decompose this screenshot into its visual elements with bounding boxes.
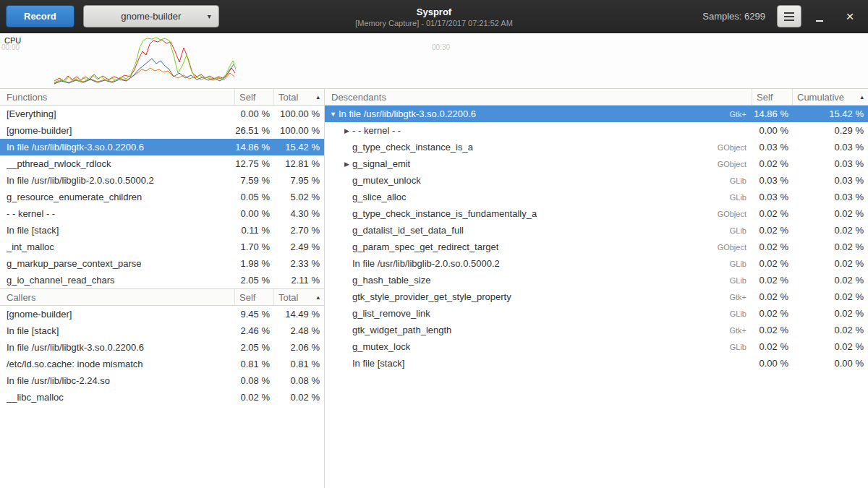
column-header-descendants[interactable]: Descendants — [325, 89, 752, 105]
table-row[interactable]: g_slice_allocGLib0.03 %0.03 % — [325, 189, 868, 205]
record-button[interactable]: Record — [6, 5, 75, 27]
close-icon: × — [846, 9, 854, 23]
column-header-self[interactable]: Self — [752, 89, 793, 105]
self-value: 14.86 % — [235, 142, 274, 153]
table-row[interactable]: In file /usr/lib/libglib-2.0.so.0.5000.2… — [0, 172, 324, 189]
table-row[interactable]: In file /usr/lib/libgtk-3.so.0.2200.614.… — [0, 139, 324, 155]
column-header-self[interactable]: Self — [235, 289, 274, 305]
self-value: 0.02 % — [752, 341, 793, 352]
table-row[interactable]: g_param_spec_get_redirect_targetGObject0… — [325, 239, 868, 255]
cumulative-value: 0.03 % — [793, 142, 868, 153]
total-value: 0.08 % — [274, 375, 324, 386]
cumulative-value: 0.02 % — [793, 225, 868, 236]
close-button[interactable]: × — [838, 4, 862, 29]
self-value: 9.45 % — [235, 309, 274, 320]
table-row[interactable]: In file /usr/lib/libglib-2.0.so.0.5000.2… — [325, 255, 868, 272]
chevron-down-icon: ▾ — [208, 12, 211, 20]
self-value: 14.86 % — [752, 108, 793, 119]
column-header-functions[interactable]: Functions — [0, 89, 235, 105]
cumulative-value: 0.03 % — [793, 192, 868, 202]
table-row[interactable]: gtk_widget_path_lengthGtk+0.02 %0.02 % — [325, 322, 868, 338]
library-badge: Gtk+ — [725, 110, 752, 119]
table-row[interactable]: g_mutex_lockGLib0.02 %0.02 % — [325, 338, 868, 355]
cumulative-value: 0.02 % — [793, 308, 868, 319]
self-value: 0.81 % — [235, 359, 274, 369]
expander-open-icon[interactable]: ▼ — [328, 111, 339, 118]
self-value: 2.46 % — [235, 325, 274, 336]
self-value: 0.02 % — [752, 241, 793, 252]
self-value: 0.02 % — [752, 225, 793, 236]
table-row[interactable]: g_hash_table_sizeGLib0.02 %0.02 % — [325, 272, 868, 288]
sort-arrow-icon: ▴ — [313, 294, 320, 301]
column-header-cumulative[interactable]: Cumulative ▴ — [793, 89, 868, 105]
minimize-button[interactable] — [807, 4, 832, 29]
self-value: 0.02 % — [752, 291, 793, 302]
total-value: 0.02 % — [274, 392, 324, 403]
table-row[interactable]: /etc/ld.so.cache: inode mismatch0.81 %0.… — [0, 356, 324, 372]
table-row[interactable]: [gnome-builder]9.45 %14.49 % — [0, 306, 324, 322]
table-row[interactable]: - - kernel - -0.00 %4.30 % — [0, 205, 324, 222]
total-value: 5.02 % — [274, 192, 324, 202]
table-row[interactable]: g_list_remove_linkGLib0.02 %0.02 % — [325, 305, 868, 322]
column-header-callers[interactable]: Callers — [0, 289, 235, 305]
self-value: 0.05 % — [235, 192, 274, 202]
table-row[interactable]: g_resource_enumerate_children0.05 %5.02 … — [0, 189, 324, 205]
table-row[interactable]: In file [stack]0.00 %0.00 % — [325, 355, 868, 372]
table-row[interactable]: In file /usr/lib/libc-2.24.so0.08 %0.08 … — [0, 372, 324, 389]
table-row[interactable]: g_datalist_id_set_data_fullGLib0.02 %0.0… — [325, 222, 868, 239]
column-header-self[interactable]: Self — [235, 89, 274, 105]
cpu-graph-area[interactable]: CPU 00:00 00:30 — [0, 33, 868, 88]
table-row[interactable]: gtk_style_provider_get_style_propertyGtk… — [325, 288, 868, 305]
table-row[interactable]: In file /usr/lib/libgtk-3.so.0.2200.62.0… — [0, 339, 324, 356]
target-process-dropdown[interactable]: gnome-builder ▾ — [83, 5, 219, 27]
table-row[interactable]: [gnome-builder]26.51 %100.00 % — [0, 122, 324, 139]
callers-table: [gnome-builder]9.45 %14.49 %In file [sta… — [0, 306, 324, 406]
cumulative-value: 0.03 % — [793, 175, 868, 186]
function-name: In file /usr/lib/libgtk-3.so.0.2200.6 — [7, 342, 144, 353]
cumulative-value: 0.02 % — [793, 258, 868, 269]
function-name: g_slice_alloc — [352, 192, 406, 202]
table-row[interactable]: ▶g_signal_emitGObject0.02 %0.03 % — [325, 155, 868, 172]
library-badge: GObject — [713, 210, 752, 218]
table-row[interactable]: ▼In file /usr/lib/libgtk-3.so.0.2200.6Gt… — [325, 106, 868, 122]
window-title: Sysprof — [417, 7, 451, 17]
function-name: [gnome-builder] — [7, 125, 72, 136]
library-badge: GLib — [726, 309, 752, 318]
cumulative-value: 0.29 % — [793, 125, 868, 136]
function-name: g_mutex_lock — [352, 341, 410, 352]
table-row[interactable]: In file [stack]2.46 %2.48 % — [0, 322, 324, 339]
library-badge: GLib — [726, 260, 752, 268]
function-name: gtk_style_provider_get_style_property — [352, 291, 511, 302]
library-badge: Gtk+ — [725, 293, 752, 301]
table-row[interactable]: g_mutex_unlockGLib0.03 %0.03 % — [325, 172, 868, 189]
self-value: 0.11 % — [235, 225, 274, 236]
expander-closed-icon[interactable]: ▶ — [341, 127, 352, 134]
window-subtitle: [Memory Capture] - 01/17/2017 07:21:52 A… — [355, 19, 513, 27]
function-name: g_resource_enumerate_children — [7, 192, 142, 202]
function-name: - - kernel - - — [352, 125, 401, 136]
function-name: g_param_spec_get_redirect_target — [352, 241, 498, 252]
minimize-icon — [816, 20, 823, 22]
sort-arrow-icon: ▴ — [857, 93, 864, 100]
menu-button[interactable] — [777, 5, 801, 27]
table-row[interactable]: In file [stack]0.11 %2.70 % — [0, 222, 324, 239]
table-row[interactable]: [Everything]0.00 %100.00 % — [0, 106, 324, 122]
table-row[interactable]: g_markup_parse_context_parse1.98 %2.33 % — [0, 255, 324, 272]
self-value: 0.02 % — [752, 275, 793, 286]
table-row[interactable]: _int_malloc1.70 %2.49 % — [0, 239, 324, 255]
table-row[interactable]: __pthread_rwlock_rdlock12.75 %12.81 % — [0, 155, 324, 172]
table-row[interactable]: ▶- - kernel - -0.00 %0.29 % — [325, 122, 868, 139]
table-row[interactable]: g_io_channel_read_chars2.05 %2.11 % — [0, 272, 324, 288]
function-name: In file /usr/lib/libglib-2.0.so.0.5000.2 — [7, 175, 154, 186]
table-row[interactable]: g_type_check_instance_is_aGObject0.03 %0… — [325, 139, 868, 155]
column-header-total[interactable]: Total ▴ — [274, 89, 324, 105]
expander-closed-icon[interactable]: ▶ — [341, 160, 352, 168]
table-row[interactable]: __libc_malloc0.02 %0.02 % — [0, 389, 324, 406]
column-header-total[interactable]: Total ▴ — [274, 289, 324, 305]
table-row[interactable]: g_type_check_instance_is_fundamentally_a… — [325, 205, 868, 222]
function-name: g_type_check_instance_is_fundamentally_a — [352, 208, 537, 219]
self-value: 0.02 % — [752, 308, 793, 319]
self-value: 0.00 % — [752, 125, 793, 136]
column-header-label: Total — [278, 292, 298, 303]
self-value: 0.02 % — [752, 325, 793, 335]
